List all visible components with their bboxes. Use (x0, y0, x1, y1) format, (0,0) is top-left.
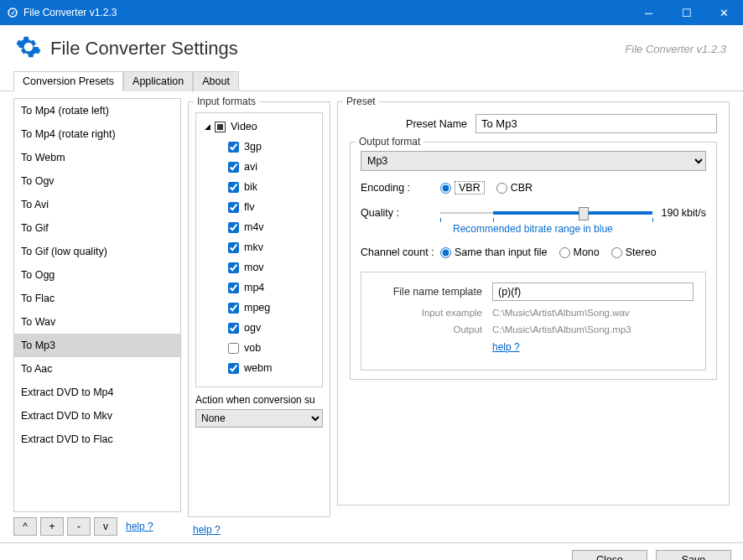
output-example-label: Output (373, 324, 482, 334)
preset-item[interactable]: To Ogg (14, 263, 180, 287)
app-icon (7, 7, 18, 18)
encoding-vbr-radio[interactable]: VBR (440, 181, 485, 194)
preset-item[interactable]: To Wav (14, 310, 180, 334)
format-checkbox[interactable] (228, 262, 239, 273)
save-button[interactable]: Save (656, 550, 731, 560)
maximize-button[interactable]: ☐ (668, 0, 705, 25)
remove-preset-button[interactable]: - (67, 517, 91, 536)
video-mixed-checkbox[interactable] (215, 122, 226, 132)
input-formats-column: Input formats ◢ Video 3gpavibikflvm4vmkv… (188, 98, 330, 536)
format-checkbox[interactable] (228, 202, 239, 213)
move-up-button[interactable]: ^ (13, 517, 37, 536)
format-checkbox[interactable] (228, 242, 239, 253)
add-preset-button[interactable]: + (40, 517, 64, 536)
output-format-legend: Output format (356, 136, 423, 148)
format-item[interactable]: mpeg (200, 298, 319, 318)
format-item[interactable]: mp4 (200, 277, 319, 298)
version-label: File Converter v1.2.3 (625, 43, 726, 55)
channel-same-radio[interactable]: Same than input file (440, 246, 548, 258)
presets-column: To Mp4 (rotate left)To Mp4 (rotate right… (13, 98, 181, 536)
action-label: Action when conversion su (195, 394, 323, 406)
titlebar: File Converter v1.2.3 ─ ☐ ✕ (0, 0, 743, 25)
preset-item[interactable]: To Avi (14, 193, 180, 216)
format-checkbox[interactable] (228, 162, 239, 173)
preset-item[interactable]: To Webm (14, 146, 180, 169)
preset-item[interactable]: Extract DVD to Mkv (14, 404, 180, 428)
close-button[interactable]: Close (572, 550, 647, 560)
format-checkbox[interactable] (228, 303, 239, 314)
tab-conversion-presets[interactable]: Conversion Presets (13, 71, 123, 91)
format-item[interactable]: webm (200, 358, 319, 378)
tab-application[interactable]: Application (123, 71, 193, 91)
format-checkbox[interactable] (228, 323, 239, 334)
header: File Converter Settings File Converter v… (0, 25, 743, 70)
preset-name-label: Preset Name (350, 118, 467, 130)
collapse-icon[interactable]: ◢ (203, 117, 211, 136)
file-template-input[interactable] (492, 283, 694, 301)
preset-item[interactable]: To Mp3 (14, 334, 180, 357)
format-item[interactable]: m4v (200, 217, 319, 237)
format-item[interactable]: mov (200, 257, 319, 277)
format-checkbox[interactable] (228, 222, 239, 233)
format-checkbox[interactable] (228, 142, 239, 153)
preset-item[interactable]: Extract DVD to Flac (14, 428, 180, 451)
presets-help-link[interactable]: help ? (126, 521, 153, 532)
preset-item[interactable]: Extract DVD to Mp4 (14, 381, 180, 404)
format-item[interactable]: avi (200, 157, 319, 177)
tab-about[interactable]: About (193, 71, 239, 91)
minimize-button[interactable]: ─ (630, 0, 668, 25)
format-item[interactable]: mkv (200, 237, 319, 257)
format-checkbox[interactable] (228, 343, 239, 354)
quality-slider[interactable] (440, 205, 652, 221)
window-title: File Converter v1.2.3 (23, 7, 117, 18)
preset-item[interactable]: To Aac (14, 357, 180, 381)
close-window-button[interactable]: ✕ (705, 0, 743, 25)
preset-name-input[interactable] (475, 114, 717, 133)
preset-item[interactable]: To Gif (14, 216, 180, 240)
channel-label: Channel count : (361, 246, 440, 258)
footer: Close Save (0, 542, 743, 560)
svg-point-0 (8, 8, 17, 17)
action-select[interactable]: None (195, 409, 323, 428)
gear-icon (15, 34, 42, 64)
input-example-value: C:\Music\Artist\Album\Song.wav (492, 308, 630, 318)
bitrate-note: Recommended bitrate range in blue (453, 223, 706, 235)
move-down-button[interactable]: v (94, 517, 117, 536)
encoding-label: Encoding : (361, 182, 440, 194)
formats-help-link[interactable]: help ? (193, 524, 330, 536)
format-checkbox[interactable] (228, 182, 239, 193)
quality-label: Quality : (361, 207, 440, 219)
quality-value: 190 kbit/s (661, 207, 706, 219)
file-template-label: File name template (373, 286, 482, 298)
preset-details-column: Preset Preset Name Output format Mp3 Enc… (337, 98, 730, 536)
channel-mono-radio[interactable]: Mono (559, 246, 600, 258)
preset-item[interactable]: To Mp4 (rotate left) (14, 99, 180, 122)
preset-legend: Preset (343, 96, 379, 107)
output-example-value: C:\Music\Artist\Album\Song.mp3 (492, 324, 631, 334)
format-tree[interactable]: ◢ Video 3gpavibikflvm4vmkvmovmp4mpegogvv… (195, 112, 323, 387)
preset-item[interactable]: To Gif (low quality) (14, 240, 180, 263)
format-item[interactable]: 3gp (200, 137, 319, 157)
preset-item[interactable]: To Flac (14, 287, 180, 310)
format-item[interactable]: ogv (200, 318, 319, 338)
preset-item[interactable]: To Ogv (14, 169, 180, 193)
input-example-label: Input example (373, 308, 482, 318)
template-help-link[interactable]: help ? (492, 341, 520, 353)
format-checkbox[interactable] (228, 283, 239, 293)
format-item[interactable]: vob (200, 338, 319, 358)
preset-list: To Mp4 (rotate left)To Mp4 (rotate right… (13, 98, 181, 512)
channel-stereo-radio[interactable]: Stereo (611, 246, 657, 258)
format-item[interactable]: flv (200, 197, 319, 217)
encoding-cbr-radio[interactable]: CBR (496, 182, 533, 194)
page-title: File Converter Settings (50, 38, 238, 60)
tab-strip: Conversion Presets Application About (0, 70, 743, 91)
output-format-select[interactable]: Mp3 (361, 151, 706, 171)
tree-category-video[interactable]: ◢ Video (200, 117, 319, 137)
input-formats-legend: Input formats (194, 96, 259, 107)
format-checkbox[interactable] (228, 363, 239, 374)
preset-item[interactable]: To Mp4 (rotate right) (14, 122, 180, 146)
format-item[interactable]: bik (200, 177, 319, 197)
